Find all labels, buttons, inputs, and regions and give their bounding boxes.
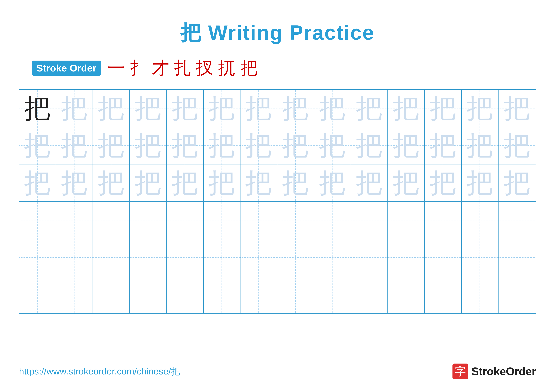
grid-cell-r1c11[interactable]: 把 <box>388 90 425 127</box>
grid-cell-r6c2[interactable] <box>56 276 93 313</box>
grid-cell-r6c5[interactable] <box>167 276 204 313</box>
grid-row-1: 把 把 把 把 把 把 把 把 把 把 把 把 把 把 <box>19 90 536 127</box>
grid-cell-r3c8[interactable]: 把 <box>277 164 314 201</box>
grid-cell-r2c12[interactable]: 把 <box>425 127 462 164</box>
grid-cell-r6c1[interactable] <box>19 276 56 313</box>
grid-cell-r5c14[interactable] <box>498 239 535 276</box>
grid-cell-r2c8[interactable]: 把 <box>277 127 314 164</box>
grid-cell-r2c4[interactable]: 把 <box>130 127 167 164</box>
grid-cell-r3c5[interactable]: 把 <box>167 164 204 201</box>
page: 把 Writing Practice Stroke Order 一 扌 才 扎 … <box>0 0 555 392</box>
grid-cell-r6c11[interactable] <box>388 276 425 313</box>
grid-cell-r3c1[interactable]: 把 <box>19 164 56 201</box>
grid-row-4 <box>19 202 536 239</box>
grid-cell-r1c4[interactable]: 把 <box>130 90 167 127</box>
grid-cell-r3c7[interactable]: 把 <box>241 164 277 201</box>
grid-cell-r5c11[interactable] <box>388 239 425 276</box>
stroke-4: 扎 <box>174 56 191 80</box>
grid-cell-r1c7[interactable]: 把 <box>241 90 277 127</box>
logo-char: 字 <box>455 364 466 379</box>
char-display: 把 <box>24 95 51 122</box>
grid-cell-r2c9[interactable]: 把 <box>314 127 351 164</box>
grid-row-6 <box>19 276 536 313</box>
grid-cell-r3c11[interactable]: 把 <box>388 164 425 201</box>
grid-cell-r5c13[interactable] <box>462 239 498 276</box>
grid-cell-r5c2[interactable] <box>56 239 93 276</box>
grid-cell-r2c13[interactable]: 把 <box>462 127 498 164</box>
grid-cell-r4c6[interactable] <box>204 202 241 239</box>
grid-cell-r3c2[interactable]: 把 <box>56 164 93 201</box>
grid-cell-r6c8[interactable] <box>277 276 314 313</box>
grid-cell-r4c9[interactable] <box>314 202 351 239</box>
footer-logo: 字 StrokeOrder <box>453 363 536 379</box>
grid-cell-r5c8[interactable] <box>277 239 314 276</box>
grid-cell-r4c2[interactable] <box>56 202 93 239</box>
grid-cell-r5c1[interactable] <box>19 239 56 276</box>
grid-cell-r3c9[interactable]: 把 <box>314 164 351 201</box>
grid-cell-r1c2[interactable]: 把 <box>56 90 93 127</box>
grid-cell-r3c13[interactable]: 把 <box>462 164 498 201</box>
grid-cell-r4c12[interactable] <box>425 202 462 239</box>
grid-cell-r5c4[interactable] <box>130 239 167 276</box>
grid-cell-r2c7[interactable]: 把 <box>241 127 277 164</box>
grid-cell-r6c4[interactable] <box>130 276 167 313</box>
grid-cell-r4c11[interactable] <box>388 202 425 239</box>
stroke-5: 扠 <box>196 56 213 80</box>
grid-cell-r1c12[interactable]: 把 <box>425 90 462 127</box>
stroke-6: 扤 <box>218 56 236 80</box>
grid-cell-r6c13[interactable] <box>462 276 498 313</box>
grid-cell-r1c5[interactable]: 把 <box>167 90 204 127</box>
grid-cell-r4c1[interactable] <box>19 202 56 239</box>
grid-cell-r3c3[interactable]: 把 <box>93 164 130 201</box>
grid-cell-r2c14[interactable]: 把 <box>498 127 535 164</box>
grid-cell-r5c10[interactable] <box>351 239 388 276</box>
stroke-3: 才 <box>152 56 169 80</box>
grid-cell-r4c7[interactable] <box>241 202 277 239</box>
grid-cell-r4c5[interactable] <box>167 202 204 239</box>
grid-cell-r4c3[interactable] <box>93 202 130 239</box>
grid-cell-r6c12[interactable] <box>425 276 462 313</box>
grid-cell-r1c10[interactable]: 把 <box>351 90 388 127</box>
grid-cell-r1c3[interactable]: 把 <box>93 90 130 127</box>
grid-cell-r6c3[interactable] <box>93 276 130 313</box>
stroke-order-badge: Stroke Order <box>32 61 101 76</box>
grid-cell-r5c5[interactable] <box>167 239 204 276</box>
grid-cell-r2c5[interactable]: 把 <box>167 127 204 164</box>
grid-cell-r1c6[interactable]: 把 <box>204 90 241 127</box>
stroke-7: 把 <box>240 56 258 80</box>
grid-cell-r4c10[interactable] <box>351 202 388 239</box>
grid-cell-r3c6[interactable]: 把 <box>204 164 241 201</box>
grid-cell-r6c9[interactable] <box>314 276 351 313</box>
grid-cell-r2c1[interactable]: 把 <box>19 127 56 164</box>
grid-cell-r4c13[interactable] <box>462 202 498 239</box>
grid-cell-r4c8[interactable] <box>277 202 314 239</box>
grid-cell-r4c14[interactable] <box>498 202 535 239</box>
grid-cell-r2c3[interactable]: 把 <box>93 127 130 164</box>
grid-cell-r3c14[interactable]: 把 <box>498 164 535 201</box>
grid-cell-r1c13[interactable]: 把 <box>462 90 498 127</box>
grid-cell-r2c10[interactable]: 把 <box>351 127 388 164</box>
grid-cell-r5c9[interactable] <box>314 239 351 276</box>
grid-cell-r3c4[interactable]: 把 <box>130 164 167 201</box>
grid-cell-r2c2[interactable]: 把 <box>56 127 93 164</box>
stroke-sequence: 一 扌 才 扎 扠 扤 把 <box>107 56 258 80</box>
grid-cell-r1c8[interactable]: 把 <box>277 90 314 127</box>
grid-cell-r5c7[interactable] <box>241 239 277 276</box>
grid-cell-r5c6[interactable] <box>204 239 241 276</box>
grid-cell-r6c10[interactable] <box>351 276 388 313</box>
grid-cell-r2c6[interactable]: 把 <box>204 127 241 164</box>
grid-cell-r4c4[interactable] <box>130 202 167 239</box>
grid-cell-r6c7[interactable] <box>241 276 277 313</box>
grid-cell-r1c9[interactable]: 把 <box>314 90 351 127</box>
grid-cell-r3c10[interactable]: 把 <box>351 164 388 201</box>
grid-cell-r3c12[interactable]: 把 <box>425 164 462 201</box>
grid-cell-r5c12[interactable] <box>425 239 462 276</box>
grid-row-2: 把 把 把 把 把 把 把 把 把 把 把 把 把 把 <box>19 127 536 164</box>
grid-cell-r6c6[interactable] <box>204 276 241 313</box>
grid-cell-r6c14[interactable] <box>498 276 535 313</box>
grid-cell-r2c11[interactable]: 把 <box>388 127 425 164</box>
grid-cell-r1c1[interactable]: 把 <box>19 90 56 127</box>
logo-icon: 字 <box>453 363 468 379</box>
grid-cell-r5c3[interactable] <box>93 239 130 276</box>
grid-cell-r1c14[interactable]: 把 <box>498 90 535 127</box>
